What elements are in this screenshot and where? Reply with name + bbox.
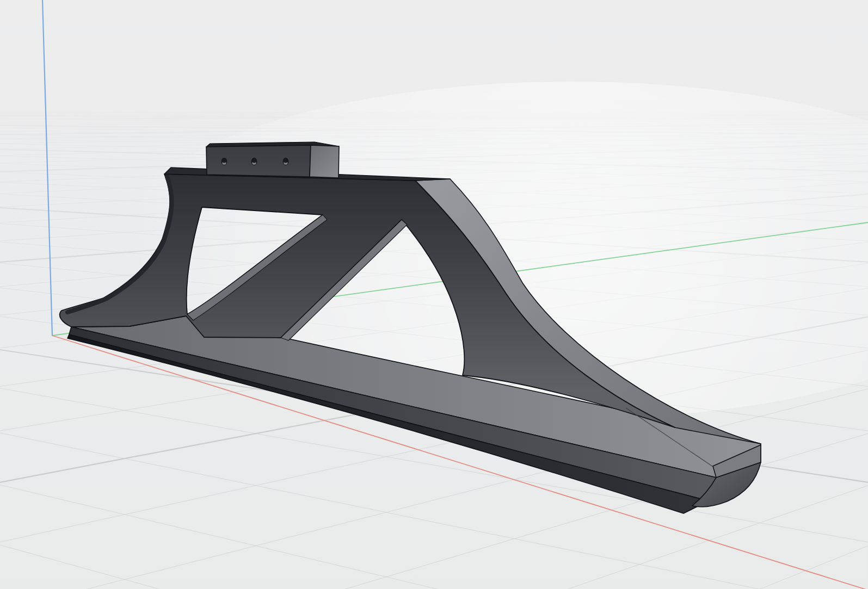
3d-viewport[interactable] bbox=[0, 0, 868, 589]
z-axis-line bbox=[42, 0, 52, 336]
grid-line bbox=[0, 486, 868, 589]
mounting-block[interactable] bbox=[206, 142, 339, 178]
grid-line bbox=[0, 485, 868, 589]
mounting-hole[interactable] bbox=[252, 159, 256, 163]
grid-line bbox=[0, 545, 868, 589]
viewport-canvas bbox=[0, 0, 868, 589]
mounting-block-side[interactable] bbox=[310, 145, 339, 178]
mounting-hole[interactable] bbox=[284, 159, 288, 163]
mounting-hole[interactable] bbox=[222, 159, 226, 163]
grid-line bbox=[0, 545, 868, 589]
